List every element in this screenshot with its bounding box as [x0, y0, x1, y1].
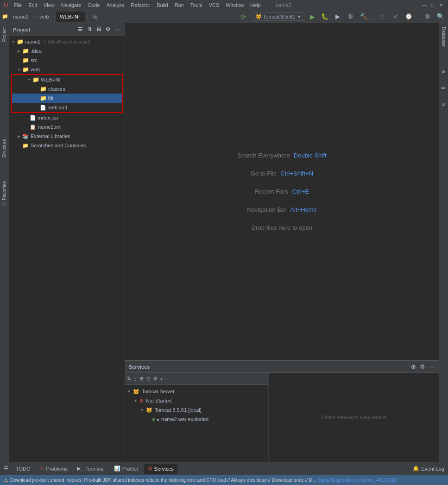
project-tree: ▼ 📁 name2 E:\IdeaProjects\name2 ▶ 📁 .ide…: [9, 36, 125, 462]
menu-help[interactable]: Help: [247, 1, 264, 9]
lib-label: lib: [48, 95, 53, 101]
menu-refactor[interactable]: Refactor: [128, 1, 153, 9]
tree-scratches[interactable]: ▶ 📁 Scratches and Consoles: [9, 141, 125, 150]
tab-todo[interactable]: TODO: [12, 464, 34, 474]
menu-run[interactable]: Run: [172, 1, 187, 9]
breadcrumb-webinf[interactable]: WEB-INF: [56, 12, 85, 22]
vcs-update-button[interactable]: ↑: [377, 11, 388, 22]
app-icon: U: [4, 1, 8, 8]
menu-view[interactable]: View: [41, 1, 57, 9]
menu-tools[interactable]: Tools: [188, 1, 205, 9]
svc-add-icon[interactable]: +: [160, 376, 163, 382]
tree-indexjsp[interactable]: ▶ 📄 index.jsp: [9, 113, 125, 122]
tab-profiler[interactable]: 📊 Profiler: [110, 464, 142, 474]
todo-icon: ☰: [4, 466, 8, 472]
sync-icon[interactable]: ⟳: [240, 13, 246, 20]
favorites-vertical-tab[interactable]: ☆ Favorites: [1, 179, 8, 208]
svc-expand-icon[interactable]: ↕: [134, 376, 137, 382]
build-button[interactable]: 🔨: [358, 11, 369, 22]
panel-close-icon[interactable]: —: [114, 26, 121, 33]
svc-collapse-all-icon[interactable]: ⇅: [127, 376, 131, 382]
maximize-button[interactable]: □: [429, 2, 436, 8]
project-panel-header: Project ☰ ⇅ ⊟ ⚙ —: [9, 23, 125, 36]
vcs-commit-button[interactable]: ✓: [390, 11, 401, 22]
title-bar: U File Edit View Navigate Code Analyze R…: [0, 0, 448, 10]
right-tab-g[interactable]: g: [440, 85, 447, 91]
menu-analyze[interactable]: Analyze: [103, 1, 127, 9]
hint-search-everywhere: Search Everywhere Double Shift: [237, 152, 326, 159]
run-config-selector[interactable]: 🐱 Tomcat 8.5.61 ▼: [252, 13, 305, 21]
services-add-icon[interactable]: ⊕: [411, 363, 416, 370]
services-minimize-icon[interactable]: —: [429, 363, 435, 370]
tree-webxml[interactable]: ▶ 📄 web.xml: [12, 103, 122, 112]
profiler-icon: 📊: [114, 466, 120, 472]
breadcrumb-name2[interactable]: name2: [9, 12, 32, 22]
webinf-folder-icon: 📁: [32, 76, 39, 83]
menu-build[interactable]: Build: [154, 1, 170, 9]
svc-tomcat-instance[interactable]: ▼ 🐱 Tomcat 8.5.61 [local]: [125, 405, 268, 415]
breadcrumb-sep3: ›: [86, 14, 88, 19]
svc-notstarted-expand: ▼: [133, 398, 138, 403]
svc-not-started[interactable]: ▼ ⚙ Not Started: [125, 396, 268, 405]
debug-button[interactable]: 🐛: [319, 11, 330, 22]
svc-group-icon[interactable]: ⊞: [139, 376, 144, 382]
tree-lib[interactable]: ▶ 📁 lib: [12, 94, 122, 103]
status-link[interactable]: https://blog.csdn.net/weixin_44197120: [318, 478, 397, 483]
minimize-button[interactable]: —: [421, 2, 428, 8]
scratches-icon: 📁: [22, 142, 29, 149]
editor-area[interactable]: Search Everywhere Double Shift Go to Fil…: [125, 23, 439, 360]
hint-nav-bar: Navigation Bar Alt+Home: [247, 206, 317, 213]
breadcrumb-web[interactable]: web: [36, 12, 52, 22]
svc-filter-icon[interactable]: ▽: [146, 376, 150, 382]
right-tab-e[interactable]: e: [440, 69, 447, 75]
menu-file[interactable]: File: [11, 1, 25, 9]
panel-sync-icon[interactable]: ⇅: [86, 26, 93, 33]
search-everywhere-button[interactable]: 🔍: [435, 11, 446, 22]
event-log-label[interactable]: Event Log: [421, 466, 444, 472]
breadcrumb-lib[interactable]: lib: [88, 12, 101, 22]
profile-button[interactable]: ⚙: [345, 11, 356, 22]
tree-name2iml[interactable]: ▶ 📋 name2.iml: [9, 122, 125, 132]
tab-services[interactable]: ⚙ Services: [144, 464, 177, 474]
svc-deploy-artifact[interactable]: ▶ ⚙ ● name2.war exploded: [125, 415, 268, 424]
breadcrumb-sep1: ›: [33, 14, 35, 19]
svc-deploy-icon: ⚙: [151, 417, 156, 422]
tab-problems[interactable]: ⚠ Problems: [36, 464, 71, 474]
bottom-tabs-bar: ☰ TODO ⚠ Problems ▶_ Terminal 📊 Profiler…: [0, 462, 448, 475]
tree-src[interactable]: ▶ 📁 src: [9, 56, 125, 65]
svc-tomcat-server[interactable]: ▼ 🐱 Tomcat Server: [125, 387, 268, 396]
classes-label: classes: [48, 86, 65, 92]
settings-button[interactable]: ⚙: [422, 11, 433, 22]
panel-collapse-icon[interactable]: ⊟: [95, 26, 102, 33]
coverage-button[interactable]: ▶: [332, 11, 343, 22]
tab-terminal[interactable]: ▶_ Terminal: [73, 464, 108, 474]
menu-window[interactable]: Window: [223, 1, 246, 9]
tree-web[interactable]: ▼ 📁 web: [9, 65, 125, 74]
svc-settings-icon[interactable]: ⚙: [153, 376, 158, 382]
src-folder-icon: 📁: [22, 57, 29, 63]
right-tab-b[interactable]: b: [440, 101, 447, 108]
menu-vcs[interactable]: VCS: [206, 1, 222, 9]
vcs-history-button[interactable]: ⌚: [403, 11, 414, 22]
panel-settings-icon[interactable]: ☰: [76, 26, 84, 33]
menu-edit[interactable]: Edit: [25, 1, 40, 9]
panel-gear-icon[interactable]: ⚙: [104, 26, 112, 33]
tree-root[interactable]: ▼ 📁 name2 E:\IdeaProjects\name2: [9, 37, 125, 46]
menu-navigate[interactable]: Navigate: [58, 1, 84, 9]
tree-webinf[interactable]: ▼ 📁 WEB-INF: [12, 75, 122, 84]
project-vertical-tab[interactable]: Project: [1, 25, 8, 44]
run-config-label: Tomcat 8.5.61: [263, 14, 295, 19]
structure-vertical-tab[interactable]: Structure: [1, 137, 8, 160]
title-bar-left: U File Edit View Navigate Code Analyze R…: [4, 1, 291, 9]
menu-code[interactable]: Code: [85, 1, 102, 9]
run-button[interactable]: ▶: [307, 12, 317, 22]
tree-idea[interactable]: ▶ 📁 .idea: [9, 46, 125, 56]
services-gear-icon[interactable]: ⚙: [420, 363, 425, 370]
tree-extlibs[interactable]: ▶ 📚 External Libraries: [9, 132, 125, 141]
profiler-tab-label: Profiler: [122, 466, 139, 472]
tree-classes[interactable]: ▶ 📁 classes: [12, 84, 122, 94]
database-vertical-tab[interactable]: Database: [440, 25, 447, 49]
name2iml-icon: 📋: [30, 124, 36, 130]
close-button[interactable]: ✕: [438, 2, 444, 8]
webinf-border-box: ▼ 📁 WEB-INF ▶ 📁 classes ▶ 📁 lib: [11, 74, 123, 113]
